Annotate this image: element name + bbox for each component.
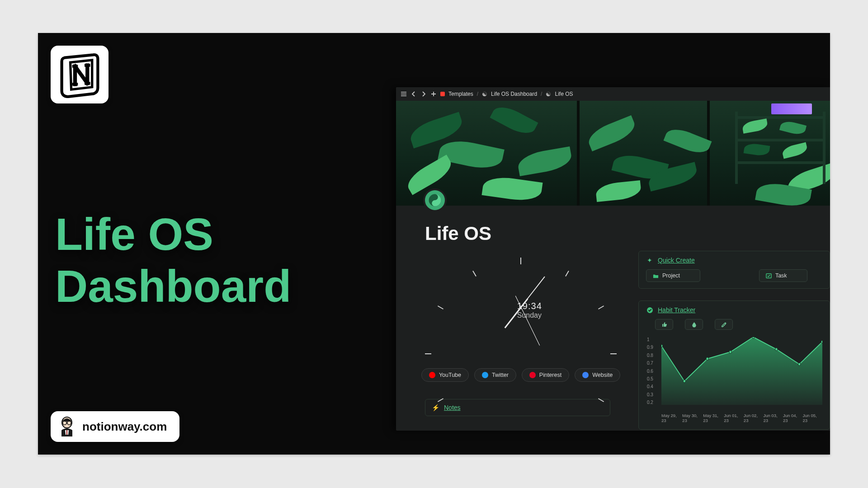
headline-line1: Life OS [55,208,291,260]
breadcrumb-sep: / [541,91,542,97]
breadcrumb-row: Templates / ☯ Life OS Dashboard / ☯ Life… [396,87,830,101]
clock-tick [565,271,569,277]
social-pinterest[interactable]: Pinterest [522,368,569,382]
chart-point [775,348,778,351]
y-tick: 0.2 [647,400,653,405]
breadcrumb-dashboard-icon: ☯ [482,91,487,98]
habit-tab-2[interactable] [685,319,703,330]
clock-tick [472,271,476,277]
habit-chart: 10.90.80.70.60.50.40.30.2 May 29, 23May [646,319,822,423]
clock-widget: /* ticks generated below via JS for brev… [460,251,582,364]
chart-point [821,340,822,343]
y-tick: 0.8 [647,353,653,358]
quick-create-title: Quick Create [658,257,695,264]
headline: Life OS Dashboard [55,208,291,312]
source-label: notionway.com [82,420,167,434]
chart-fill [661,337,822,405]
notion-icon [56,51,104,99]
social-twitter[interactable]: Twitter [474,368,516,382]
promo-card: Life OS Dashboard notionway.com [38,33,830,455]
check-circle-icon [646,306,653,314]
x-tick: May 29, 23 [661,413,682,423]
record-icon[interactable] [440,92,445,96]
chart-point [729,351,732,353]
quick-create-task[interactable]: Task [759,269,807,282]
habit-title: Habit Tracker [658,306,695,314]
x-tick: Jun 01, 23 [724,413,744,423]
clock-day: Sunday [517,311,542,319]
chip-label: Website [592,372,613,378]
cover-image [396,101,830,206]
breadcrumb-page-icon: ☯ [546,91,551,98]
breadcrumb-sep: / [477,91,478,97]
thumbs-up-icon [661,321,667,328]
chart-point [706,357,709,360]
habit-tracker-panel: Habit Tracker 10.90.80.70.60.50.40.30.2 [638,300,830,430]
clock-tick [425,353,431,354]
breadcrumb-dashboard[interactable]: Life OS Dashboard [491,91,537,97]
task-icon [766,273,772,279]
social-chip-row: YouTube Twitter Pinterest Website [425,368,617,382]
chip-label: YouTube [439,372,461,378]
dashboard-preview: Templates / ☯ Life OS Dashboard / ☯ Life… [396,87,830,431]
quick-create-panel: ✦ Quick Create Project Task Dail [638,251,830,289]
twitter-icon [482,372,488,378]
y-tick: 0.5 [647,376,653,381]
x-tick: May 31, 23 [703,413,724,423]
clock-tick [598,305,604,310]
forward-icon[interactable] [420,91,427,97]
new-page-icon[interactable] [430,91,437,97]
right-column: ✦ Quick Create Project Task Dail [638,251,830,431]
habit-tab-3[interactable] [715,319,733,330]
headline-line2: Dashboard [55,260,291,312]
chart-point [661,344,663,347]
y-tick: 0.4 [647,384,653,389]
breadcrumb-templates[interactable]: Templates [448,91,473,97]
chart-x-axis: May 29, 23May 30, 23May 31, 23Jun 01, 23… [661,413,822,423]
x-tick: May 30, 23 [682,413,703,423]
quick-create-project[interactable]: Project [646,269,700,282]
y-tick: 0.6 [647,369,653,374]
water-drop-icon [691,322,697,328]
habit-tab-1[interactable] [655,319,673,330]
yin-yang-icon [428,193,442,207]
menu-icon[interactable] [401,91,407,97]
shelf-icon [735,112,826,184]
clock-time: 19:34 [517,301,542,311]
chip-label: Twitter [492,372,509,378]
author-avatar-icon [59,417,75,436]
svg-rect-4 [66,430,67,435]
chart-point [798,363,801,366]
chart-y-axis: 10.90.80.70.60.50.40.30.2 [647,337,653,405]
qc-label: Project [662,272,680,279]
chip-label: Pinterest [539,372,561,378]
clock-tick [610,353,617,354]
back-icon[interactable] [410,91,417,97]
notes-label: Notes [444,404,461,411]
breadcrumb-page[interactable]: Life OS [555,91,573,97]
x-tick: Jun 05, 23 [802,413,822,423]
y-tick: 1 [647,337,653,342]
edit-icon [721,322,727,328]
chart-point [683,380,686,382]
sparkle-icon: ✦ [646,257,653,264]
social-youtube[interactable]: YouTube [421,368,469,382]
clock-tick [438,305,443,310]
bolt-icon: ⚡ [432,404,439,411]
clock-tick [520,258,521,264]
y-tick: 0.9 [647,345,653,350]
x-tick: Jun 02, 23 [744,413,764,423]
notes-panel[interactable]: ⚡ Notes [425,399,610,416]
qc-label: Task [775,272,787,279]
y-tick: 0.3 [647,392,653,397]
page-icon[interactable] [425,190,445,210]
svg-point-7 [434,202,436,205]
y-tick: 0.7 [647,361,653,366]
pinterest-icon [529,372,536,378]
x-tick: Jun 04, 23 [783,413,803,423]
notion-logo [51,46,108,103]
x-tick: Jun 03, 23 [763,413,783,423]
chart-point [752,337,755,338]
youtube-icon [429,372,435,378]
social-website[interactable]: Website [575,368,620,382]
